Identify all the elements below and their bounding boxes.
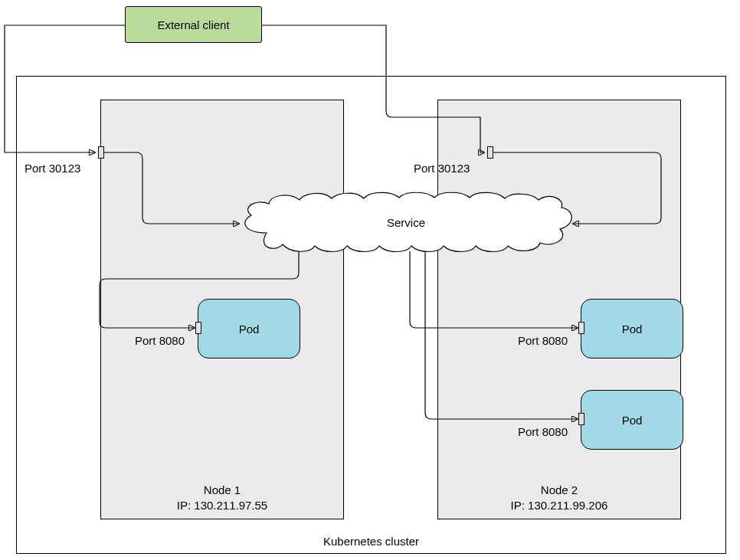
pod-port-label-n2-1: Port 8080 — [518, 334, 568, 347]
pod-port-marker-n2-2 — [578, 413, 584, 425]
pod-label: Pod — [622, 414, 643, 427]
cluster-label: Kubernetes cluster — [16, 535, 726, 548]
pod-box-n1-1: Pod — [198, 299, 300, 359]
pod-port-label-n2-2: Port 8080 — [518, 425, 568, 438]
node1-name: Node 1 — [100, 483, 344, 496]
service-label: Service — [387, 216, 425, 229]
pod-box-n2-1: Pod — [581, 299, 683, 359]
node1-port-marker — [98, 146, 104, 159]
diagram-stage: Kubernetes cluster Node 1 IP: 130.211.97… — [0, 0, 740, 560]
pod-port-marker-n2-1 — [578, 322, 584, 334]
node2-port-marker — [487, 146, 493, 159]
external-client-box: External client — [125, 6, 262, 43]
node1-ip: IP: 130.211.97.55 — [100, 499, 344, 512]
pod-label: Pod — [622, 323, 643, 336]
node2-ip: IP: 130.211.99.206 — [437, 499, 681, 512]
node2-name: Node 2 — [437, 483, 681, 496]
pod-port-label-n1-1: Port 8080 — [135, 334, 185, 347]
node2-port-label: Port 30123 — [414, 162, 470, 175]
external-client-label: External client — [157, 18, 229, 31]
service-cloud: Service — [240, 191, 572, 254]
pod-label: Pod — [239, 323, 260, 336]
node1-port-label: Port 30123 — [25, 162, 80, 175]
pod-port-marker-n1-1 — [195, 322, 201, 334]
pod-box-n2-2: Pod — [581, 390, 683, 450]
